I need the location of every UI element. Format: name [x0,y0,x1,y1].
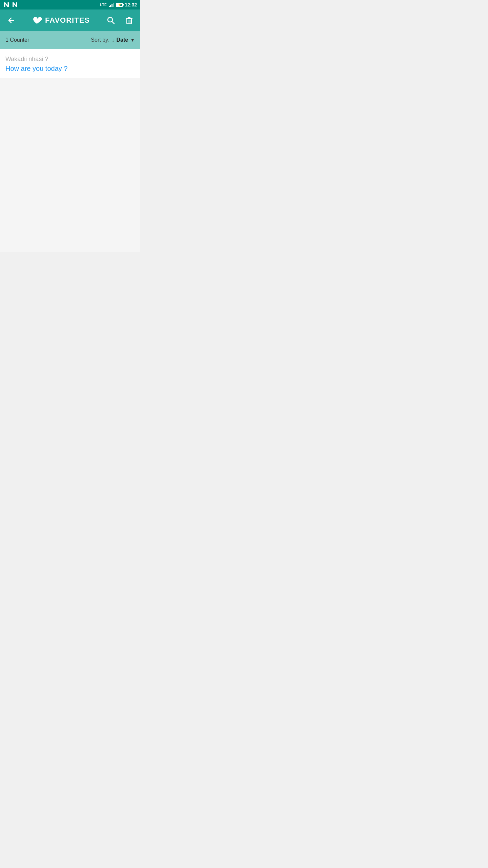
item-original-text: Wakadii nhasi ? [5,56,135,63]
header-right [105,15,135,26]
page-title: FAVORITES [45,16,90,25]
search-icon [106,16,115,25]
sort-value: Date [116,37,128,43]
signal-icon [109,2,114,7]
main-content: Wakadii nhasi ? How are you today ? [0,49,140,252]
svg-line-3 [112,22,115,24]
sort-section[interactable]: Sort by: ↓ Date ▼ [91,37,135,43]
status-bar-left [3,2,18,8]
sub-header: 1 Counter Sort by: ↓ Date ▼ [0,31,140,49]
list-item[interactable]: Wakadii nhasi ? How are you today ? [0,49,140,78]
back-button[interactable] [5,15,17,26]
n-logo-icon-1 [3,2,9,8]
header-left [5,15,17,26]
counter-text: 1 Counter [5,37,29,43]
counter-count: 1 [5,37,8,43]
status-time: 12:32 [125,2,137,7]
status-bar-right: LTE ⚡ 12:32 [100,2,137,7]
item-translation-text: How are you today ? [5,65,135,73]
sort-by-label: Sort by: [91,37,109,43]
back-arrow-icon [7,16,16,25]
sort-arrow-icon: ↓ [111,37,114,43]
app-header: FAVORITES [0,9,140,31]
battery-icon: ⚡ [116,3,123,7]
n-logo-icon-2 [12,2,18,8]
trash-icon [125,16,134,25]
sort-chevron-icon: ▼ [130,37,135,43]
status-bar: LTE ⚡ 12:32 [0,0,140,9]
lte-indicator: LTE [100,3,107,7]
heart-icon [32,16,42,25]
header-center: FAVORITES [17,16,105,25]
delete-button[interactable] [123,15,135,26]
search-button[interactable] [105,15,117,26]
counter-label: Counter [10,37,29,43]
